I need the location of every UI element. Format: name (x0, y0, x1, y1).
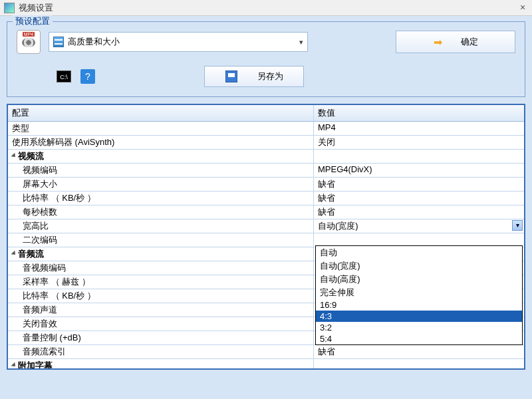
row-value[interactable]: 自动(宽度)▾ (314, 219, 524, 233)
header-config[interactable]: 配置 (8, 105, 314, 121)
dropdown-option[interactable]: 3:2 (316, 322, 522, 333)
grid-row[interactable]: 屏幕大小缺省 (8, 178, 524, 192)
grid-row[interactable]: 类型MP4 (8, 122, 524, 136)
row-label: 宽高比 (8, 219, 314, 233)
row-value[interactable]: MP4 (314, 122, 524, 135)
row-label: 比特率 （ KB/秒 ） (8, 192, 314, 205)
save-as-label: 另存为 (257, 70, 283, 82)
row-label: 采样率 （ 赫兹 ） (8, 275, 314, 289)
ok-button-label: 确定 (461, 36, 478, 48)
row-label: 比特率 （ KB/秒 ） (8, 289, 314, 303)
row-value[interactable]: 缺省 (314, 178, 524, 191)
grid-row[interactable]: 每秒桢数缺省 (8, 205, 524, 219)
row-value[interactable]: MPEG4(DivX) (314, 164, 524, 177)
preset-select-value: 高质量和大小 (68, 36, 120, 48)
app-icon (4, 3, 15, 13)
grid-row[interactable]: 宽高比自动(宽度)▾ (8, 219, 524, 233)
dropdown-button[interactable]: ▾ (512, 220, 523, 231)
dropdown-option[interactable]: 4:3 (316, 311, 522, 322)
row-label: 视频编码 (8, 164, 314, 177)
row-value[interactable]: 缺省 (314, 205, 524, 219)
row-value[interactable] (314, 233, 524, 247)
row-label: 音频流索引 (8, 345, 314, 358)
close-icon[interactable]: × (517, 3, 528, 13)
grid-row[interactable]: 比特率 （ KB/秒 ）缺省 (8, 192, 524, 205)
dropdown-option[interactable]: 16:9 (316, 299, 522, 311)
preset-select[interactable]: 高质量和大小 ▾ (49, 32, 308, 52)
row-value (314, 150, 524, 163)
expand-icon[interactable] (11, 362, 17, 368)
preset-panel: 预设配置 MP4 高质量和大小 ▾ ➡ 确定 C:\ ? 另存为 (7, 21, 525, 97)
row-label: 视频流 (8, 150, 314, 163)
dropdown-option[interactable]: 自动(高度) (316, 273, 522, 286)
save-as-button[interactable]: 另存为 (204, 66, 304, 87)
row-label: 使用系统解码器 (AviSynth) (8, 136, 314, 149)
row-label: 音频声道 (8, 303, 314, 317)
row-label: 类型 (8, 122, 314, 135)
help-icon[interactable]: ? (80, 69, 95, 84)
mp4-file-icon: MP4 (17, 30, 41, 54)
grid-body[interactable]: 类型MP4使用系统解码器 (AviSynth)关闭视频流视频编码MPEG4(Di… (8, 122, 524, 368)
row-label: 附加字幕 (8, 359, 314, 368)
grid-row[interactable]: 使用系统解码器 (AviSynth)关闭 (8, 136, 524, 150)
dropdown-option[interactable]: 5:4 (316, 333, 522, 344)
header-value[interactable]: 数值 (314, 105, 524, 121)
row-label: 音频流 (8, 247, 314, 261)
row-value (314, 359, 524, 368)
row-label: 每秒桢数 (8, 205, 314, 219)
dropdown-option[interactable]: 完全伸展 (316, 286, 522, 299)
chevron-down-icon: ▾ (299, 38, 303, 47)
dropdown-option[interactable]: 自动(宽度) (316, 259, 522, 273)
grid-row[interactable]: 视频流 (8, 150, 524, 164)
expand-icon[interactable] (11, 251, 17, 257)
ok-button[interactable]: ➡ 确定 (396, 31, 515, 53)
settings-grid: 配置 数值 类型MP4使用系统解码器 (AviSynth)关闭视频流视频编码MP… (7, 104, 525, 370)
disk-icon (225, 70, 237, 82)
titlebar: 视频设置 × (0, 0, 532, 16)
console-icon[interactable]: C:\ (57, 70, 71, 82)
row-value[interactable]: 关闭 (314, 136, 524, 149)
preset-legend: 预设配置 (13, 15, 53, 27)
row-label: 屏幕大小 (8, 178, 314, 191)
grid-header: 配置 数值 (8, 105, 524, 122)
dropdown-option[interactable]: 自动 (316, 246, 522, 259)
row-value[interactable]: 缺省 (314, 345, 524, 358)
expand-icon[interactable] (11, 153, 17, 159)
film-icon (53, 37, 64, 47)
aspect-ratio-dropdown[interactable]: 自动自动(宽度)自动(高度)完全伸展16:94:33:25:4 (315, 245, 523, 345)
grid-row[interactable]: 视频编码MPEG4(DivX) (8, 164, 524, 178)
row-value[interactable]: 缺省 (314, 192, 524, 205)
arrow-right-icon: ➡ (434, 36, 442, 49)
row-label: 音量控制 (+dB) (8, 331, 314, 344)
row-label: 音视频编码 (8, 261, 314, 275)
window-title: 视频设置 (19, 2, 517, 14)
grid-row[interactable]: 音频流索引缺省 (8, 345, 524, 359)
row-label: 二次编码 (8, 233, 314, 247)
grid-row[interactable]: 附加字幕 (8, 359, 524, 368)
row-label: 关闭音效 (8, 317, 314, 331)
